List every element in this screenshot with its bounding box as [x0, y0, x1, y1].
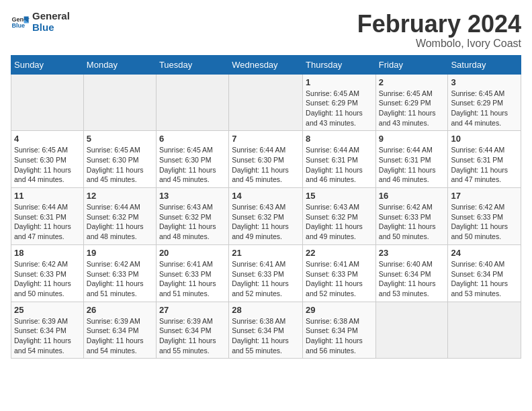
- logo: General Blue General Blue: [11, 11, 70, 33]
- calendar-cell: 15Sunrise: 6:43 AMSunset: 6:32 PMDayligh…: [303, 188, 376, 245]
- day-info: Sunrise: 6:42 AMSunset: 6:33 PMDaylight:…: [87, 259, 153, 299]
- calendar-cell: [448, 302, 521, 359]
- calendar-cell: 17Sunrise: 6:42 AMSunset: 6:33 PMDayligh…: [448, 188, 521, 245]
- calendar-body: 1Sunrise: 6:45 AMSunset: 6:29 PMDaylight…: [11, 74, 521, 359]
- day-info: Sunrise: 6:44 AMSunset: 6:31 PMDaylight:…: [451, 145, 518, 185]
- day-info: Sunrise: 6:43 AMSunset: 6:32 PMDaylight:…: [232, 202, 300, 242]
- calendar-cell: 9Sunrise: 6:44 AMSunset: 6:31 PMDaylight…: [375, 131, 448, 188]
- day-info: Sunrise: 6:45 AMSunset: 6:30 PMDaylight:…: [87, 145, 153, 185]
- col-header-thursday: Thursday: [303, 55, 376, 74]
- day-info: Sunrise: 6:41 AMSunset: 6:33 PMDaylight:…: [306, 259, 373, 299]
- day-info: Sunrise: 6:44 AMSunset: 6:30 PMDaylight:…: [232, 145, 300, 185]
- day-number: 13: [159, 191, 226, 201]
- day-number: 17: [451, 191, 518, 201]
- day-info: Sunrise: 6:42 AMSunset: 6:33 PMDaylight:…: [451, 202, 518, 242]
- day-info: Sunrise: 6:45 AMSunset: 6:29 PMDaylight:…: [451, 89, 518, 128]
- calendar-cell: [375, 302, 448, 359]
- calendar-cell: 1Sunrise: 6:45 AMSunset: 6:29 PMDaylight…: [303, 74, 376, 131]
- day-number: 18: [14, 248, 81, 258]
- calendar-cell: 27Sunrise: 6:39 AMSunset: 6:34 PMDayligh…: [156, 302, 228, 359]
- calendar-cell: 19Sunrise: 6:42 AMSunset: 6:33 PMDayligh…: [83, 244, 156, 302]
- calendar-header-row: SundayMondayTuesdayWednesdayThursdayFrid…: [11, 55, 521, 74]
- day-number: 2: [379, 77, 445, 87]
- calendar-table: SundayMondayTuesdayWednesdayThursdayFrid…: [11, 55, 521, 359]
- day-number: 20: [159, 248, 226, 258]
- day-number: 3: [451, 77, 518, 87]
- week-row-3: 11Sunrise: 6:44 AMSunset: 6:31 PMDayligh…: [11, 188, 521, 245]
- calendar-cell: 10Sunrise: 6:44 AMSunset: 6:31 PMDayligh…: [448, 131, 521, 188]
- day-info: Sunrise: 6:44 AMSunset: 6:31 PMDaylight:…: [306, 145, 373, 185]
- logo-line2: Blue: [32, 22, 70, 34]
- day-number: 25: [14, 305, 81, 315]
- page-header: General Blue General Blue February 2024 …: [11, 11, 521, 50]
- day-info: Sunrise: 6:45 AMSunset: 6:29 PMDaylight:…: [379, 89, 445, 128]
- svg-text:Blue: Blue: [11, 22, 25, 29]
- day-number: 6: [159, 134, 226, 144]
- day-number: 22: [306, 248, 373, 258]
- calendar-cell: 18Sunrise: 6:42 AMSunset: 6:33 PMDayligh…: [11, 244, 84, 302]
- title-block: February 2024 Wombolo, Ivory Coast: [357, 11, 521, 50]
- day-number: 10: [451, 134, 518, 144]
- day-number: 11: [14, 191, 81, 201]
- day-info: Sunrise: 6:39 AMSunset: 6:34 PMDaylight:…: [14, 316, 81, 356]
- calendar-cell: 11Sunrise: 6:44 AMSunset: 6:31 PMDayligh…: [11, 188, 84, 245]
- day-number: 7: [232, 134, 300, 144]
- day-info: Sunrise: 6:39 AMSunset: 6:34 PMDaylight:…: [159, 316, 226, 356]
- calendar-cell: 6Sunrise: 6:45 AMSunset: 6:30 PMDaylight…: [156, 131, 228, 188]
- day-info: Sunrise: 6:40 AMSunset: 6:34 PMDaylight:…: [451, 259, 518, 299]
- calendar-cell: 20Sunrise: 6:41 AMSunset: 6:33 PMDayligh…: [156, 244, 228, 302]
- calendar-cell: [229, 74, 303, 131]
- logo-line1: General: [32, 11, 70, 22]
- calendar-cell: 2Sunrise: 6:45 AMSunset: 6:29 PMDaylight…: [375, 74, 448, 131]
- location-title: Wombolo, Ivory Coast: [357, 38, 521, 50]
- day-number: 4: [14, 134, 81, 144]
- day-info: Sunrise: 6:45 AMSunset: 6:29 PMDaylight:…: [306, 89, 373, 128]
- day-info: Sunrise: 6:44 AMSunset: 6:32 PMDaylight:…: [87, 202, 153, 242]
- day-number: 26: [87, 305, 153, 315]
- calendar-cell: 5Sunrise: 6:45 AMSunset: 6:30 PMDaylight…: [83, 131, 156, 188]
- day-info: Sunrise: 6:45 AMSunset: 6:30 PMDaylight:…: [14, 145, 81, 185]
- month-title: February 2024: [357, 11, 521, 38]
- day-number: 1: [306, 77, 373, 87]
- calendar-cell: 3Sunrise: 6:45 AMSunset: 6:29 PMDaylight…: [448, 74, 521, 131]
- day-info: Sunrise: 6:41 AMSunset: 6:33 PMDaylight:…: [232, 259, 300, 299]
- day-info: Sunrise: 6:42 AMSunset: 6:33 PMDaylight:…: [14, 259, 81, 299]
- day-number: 29: [306, 305, 373, 315]
- day-info: Sunrise: 6:43 AMSunset: 6:32 PMDaylight:…: [306, 202, 373, 242]
- calendar-cell: [83, 74, 156, 131]
- calendar-cell: 13Sunrise: 6:43 AMSunset: 6:32 PMDayligh…: [156, 188, 228, 245]
- col-header-tuesday: Tuesday: [156, 55, 228, 74]
- calendar-cell: 8Sunrise: 6:44 AMSunset: 6:31 PMDaylight…: [303, 131, 376, 188]
- calendar-cell: 28Sunrise: 6:38 AMSunset: 6:34 PMDayligh…: [229, 302, 303, 359]
- col-header-sunday: Sunday: [11, 55, 84, 74]
- logo-icon: General Blue: [11, 13, 30, 32]
- col-header-monday: Monday: [83, 55, 156, 74]
- week-row-5: 25Sunrise: 6:39 AMSunset: 6:34 PMDayligh…: [11, 302, 521, 359]
- week-row-2: 4Sunrise: 6:45 AMSunset: 6:30 PMDaylight…: [11, 131, 521, 188]
- day-info: Sunrise: 6:40 AMSunset: 6:34 PMDaylight:…: [379, 259, 445, 299]
- week-row-1: 1Sunrise: 6:45 AMSunset: 6:29 PMDaylight…: [11, 74, 521, 131]
- calendar-cell: 25Sunrise: 6:39 AMSunset: 6:34 PMDayligh…: [11, 302, 84, 359]
- day-number: 27: [159, 305, 226, 315]
- day-number: 23: [379, 248, 445, 258]
- col-header-saturday: Saturday: [448, 55, 521, 74]
- calendar-cell: 21Sunrise: 6:41 AMSunset: 6:33 PMDayligh…: [229, 244, 303, 302]
- calendar-cell: 22Sunrise: 6:41 AMSunset: 6:33 PMDayligh…: [303, 244, 376, 302]
- calendar-cell: 14Sunrise: 6:43 AMSunset: 6:32 PMDayligh…: [229, 188, 303, 245]
- day-info: Sunrise: 6:38 AMSunset: 6:34 PMDaylight:…: [306, 316, 373, 356]
- calendar-cell: 24Sunrise: 6:40 AMSunset: 6:34 PMDayligh…: [448, 244, 521, 302]
- col-header-wednesday: Wednesday: [229, 55, 303, 74]
- day-number: 19: [87, 248, 153, 258]
- day-info: Sunrise: 6:39 AMSunset: 6:34 PMDaylight:…: [87, 316, 153, 356]
- calendar-cell: 26Sunrise: 6:39 AMSunset: 6:34 PMDayligh…: [83, 302, 156, 359]
- calendar-cell: [156, 74, 228, 131]
- day-number: 15: [306, 191, 373, 201]
- day-number: 28: [232, 305, 300, 315]
- calendar-cell: 4Sunrise: 6:45 AMSunset: 6:30 PMDaylight…: [11, 131, 84, 188]
- calendar-cell: 29Sunrise: 6:38 AMSunset: 6:34 PMDayligh…: [303, 302, 376, 359]
- day-info: Sunrise: 6:43 AMSunset: 6:32 PMDaylight:…: [159, 202, 226, 242]
- day-number: 16: [379, 191, 445, 201]
- week-row-4: 18Sunrise: 6:42 AMSunset: 6:33 PMDayligh…: [11, 244, 521, 302]
- day-number: 14: [232, 191, 300, 201]
- day-info: Sunrise: 6:44 AMSunset: 6:31 PMDaylight:…: [14, 202, 81, 242]
